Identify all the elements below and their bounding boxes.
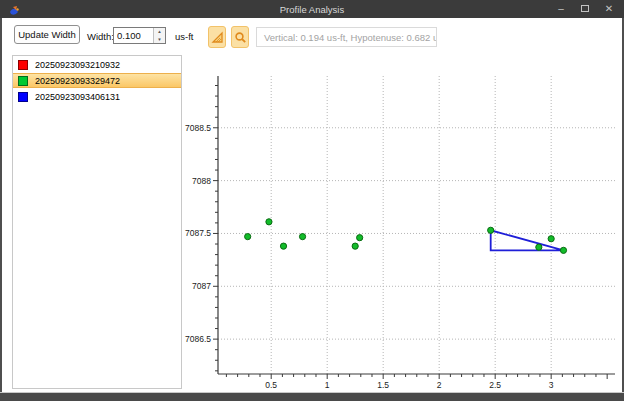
x-tick-label: 0.5	[265, 380, 277, 390]
list-item-label: 20250923093210932	[35, 60, 120, 70]
data-point[interactable]	[245, 234, 251, 240]
measure-triangle-icon	[211, 31, 224, 44]
profile-plot-area[interactable]: 0.511.522.537086.570877087.570887088.5	[182, 54, 622, 392]
x-tick-label: 2	[437, 380, 442, 390]
y-tick-label: 7087	[192, 281, 211, 291]
spin-down-button[interactable]: ▼	[154, 36, 165, 44]
measure-triangle-button[interactable]	[208, 26, 226, 48]
x-tick-label: 1.5	[377, 380, 389, 390]
profile-plot[interactable]: 0.511.522.537086.570877087.570887088.5	[182, 54, 622, 392]
window-content: Update Width Width: ▲ ▼ us-ft Vertical: …	[2, 18, 622, 392]
data-point[interactable]	[299, 234, 305, 240]
data-point[interactable]	[266, 219, 272, 225]
y-tick-label: 7086.5	[185, 334, 211, 344]
series-color-swatch	[18, 92, 28, 102]
maximize-button[interactable]	[576, 1, 594, 17]
list-item[interactable]: 20250923093406131	[13, 89, 181, 104]
data-point[interactable]	[536, 244, 542, 250]
window-title: Profile Analysis	[0, 4, 624, 15]
window-bottom-edge[interactable]	[0, 392, 624, 401]
y-tick-label: 7088	[192, 176, 211, 186]
app-window: Profile Analysis – ✕ Update Width Width:…	[0, 0, 624, 401]
close-button[interactable]: ✕	[600, 1, 618, 17]
measurement-status-box: Vertical: 0.194 us-ft, Hypotenuse: 0.682…	[256, 27, 437, 47]
y-tick-label: 7087.5	[185, 228, 211, 238]
list-item-label: 20250923093406131	[35, 92, 120, 102]
spin-up-button[interactable]: ▲	[154, 28, 165, 36]
list-item-label: 20250923093329472	[35, 76, 120, 86]
series-color-swatch	[18, 60, 28, 70]
list-item[interactable]: 20250923093329472	[13, 73, 181, 88]
data-point[interactable]	[280, 243, 286, 249]
width-input[interactable]	[114, 28, 153, 43]
data-point[interactable]	[548, 236, 554, 242]
width-spinbox[interactable]: ▲ ▼	[113, 27, 166, 44]
data-point[interactable]	[488, 227, 494, 233]
x-tick-label: 1	[325, 380, 330, 390]
minimize-button[interactable]: –	[552, 1, 570, 17]
profile-list[interactable]: 2025092309321093220250923093329472202509…	[12, 55, 182, 389]
zoom-magnifier-icon	[234, 31, 247, 44]
title-bar[interactable]: Profile Analysis – ✕	[0, 0, 624, 18]
data-point[interactable]	[352, 243, 358, 249]
y-tick-label: 7088.5	[185, 123, 211, 133]
width-label: Width:	[87, 31, 114, 42]
data-point[interactable]	[560, 247, 566, 253]
list-item[interactable]: 20250923093210932	[13, 57, 181, 72]
x-tick-label: 3	[549, 380, 554, 390]
maximize-icon	[581, 5, 589, 12]
unit-label: us-ft	[175, 31, 193, 42]
zoom-button[interactable]	[231, 26, 249, 48]
update-width-button[interactable]: Update Width	[14, 25, 80, 44]
x-tick-label: 2.5	[489, 380, 501, 390]
data-point[interactable]	[357, 235, 363, 241]
series-color-swatch	[18, 76, 28, 86]
